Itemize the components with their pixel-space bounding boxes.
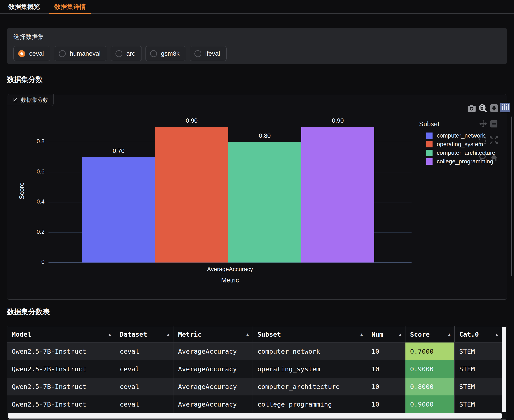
table-horizontal-scrollbar[interactable] [8,413,502,419]
bar-computer_network [82,157,155,262]
dataset-option-ceval[interactable]: ceval [14,46,50,61]
cell-model: Qwen2.5-7B-Instruct [7,360,115,378]
bar-operating_system [155,127,228,262]
cell-dataset: ceval [115,343,173,360]
column-header-cat-0[interactable]: Cat.0▲ [454,326,502,342]
pan-icon[interactable] [479,120,487,128]
column-header-label: Cat.0 [459,330,479,338]
sort-ascending-icon: ▲ [109,332,111,337]
dataset-option-label: arc [127,50,135,57]
lasso-icon[interactable] [479,154,486,161]
cell-cat-0: STEM [454,360,502,378]
zoom-icon[interactable] [478,104,487,112]
dataset-option-label: gsm8k [161,50,179,57]
dataset-option-label: humaneval [70,50,101,57]
column-header-label: Subset [257,330,281,338]
x-axis-title: Metric [49,277,411,284]
y-axis-tick-label: 0 [13,259,45,265]
zoom-out-icon[interactable] [490,120,497,128]
table-row: Qwen2.5-7B-InstructcevalAverageAccuracyo… [7,360,502,378]
chart-section-title: 数据集分数 [7,75,43,84]
app-root: 数据集概览 数据集详情 选择数据集 cevalhumanevalarcgsm8k… [0,0,514,420]
legend-swatch [426,158,432,165]
x-axis-tick-label: AverageAccuracy [49,266,411,273]
dataset-selector-label: 选择数据集 [14,33,44,41]
sort-ascending-icon: ▲ [448,332,451,337]
table-row: Qwen2.5-7B-InstructcevalAverageAccuracyc… [7,395,502,413]
plotly-logo-icon[interactable] [500,103,510,112]
cell-metric: AverageAccuracy [173,360,253,378]
column-header-model[interactable]: Model▲ [7,326,115,342]
bar-value-label: 0.80 [228,132,301,139]
legend-item-label: computer_network [437,132,485,139]
bar-value-label: 0.90 [301,117,374,124]
radio-unselected-icon [194,50,201,57]
column-header-label: Dataset [120,330,147,338]
cell-num: 10 [367,395,405,413]
legend-item-label: computer_architecture [437,150,495,156]
radio-selected-icon [18,50,25,57]
column-header-subset[interactable]: Subset▲ [253,326,367,342]
sort-ascending-icon: ▲ [360,332,363,337]
cell-score: 0.7000 [405,343,454,360]
cell-metric: AverageAccuracy [173,395,253,413]
radio-unselected-icon [115,50,122,57]
legend-swatch [426,133,432,139]
page-scrollbar[interactable] [511,117,512,276]
legend-swatch [426,141,432,147]
cell-subset: college_programming [253,395,367,413]
cell-cat-0: STEM [454,343,502,360]
cell-model: Qwen2.5-7B-Instruct [7,395,115,413]
reset-home-icon[interactable] [491,154,498,161]
column-header-score[interactable]: Score▲ [405,326,454,342]
bar-college_programming [301,127,374,262]
cell-dataset: ceval [115,360,173,378]
table-row: Qwen2.5-7B-InstructcevalAverageAccuracyc… [7,378,502,395]
cell-subset: operating_system [253,360,367,378]
dataset-option-humaneval[interactable]: humaneval [54,46,107,61]
camera-icon[interactable] [468,104,476,112]
cell-metric: AverageAccuracy [173,343,253,360]
cell-metric: AverageAccuracy [173,378,253,395]
scatter-chart-icon [12,97,18,103]
chart-panel-tab-label: 数据集分数 [21,96,48,104]
column-header-label: Model [12,330,31,338]
chart-panel: 数据集分数 Score AverageAccuracy Metric Subse… [7,94,507,300]
table-header-row: Model▲Dataset▲Metric▲Subset▲Num▲Score▲Ca… [7,326,502,343]
column-header-label: Score [410,330,430,338]
tab-dataset-detail[interactable]: 数据集详情 [49,0,91,14]
cell-cat-0: STEM [454,378,502,395]
column-header-dataset[interactable]: Dataset▲ [115,326,173,342]
sort-ascending-icon: ▲ [496,332,498,337]
dataset-option-ifeval[interactable]: ifeval [190,46,227,61]
radio-unselected-icon [59,50,66,57]
y-axis-tick-label: 0.6 [13,168,45,175]
tab-dataset-overview[interactable]: 数据集概览 [3,0,45,14]
y-axis-tick-label: 0.8 [13,138,45,145]
column-header-metric[interactable]: Metric▲ [173,326,253,342]
sort-ascending-icon: ▲ [167,332,170,337]
cell-num: 10 [367,343,405,360]
dataset-option-gsm8k[interactable]: gsm8k [145,46,186,61]
cell-cat-0: STEM [454,395,502,413]
y-axis-tick-label: 0.2 [13,229,45,235]
bar-computer_architecture [228,142,301,262]
y-axis-title: Score [18,182,26,200]
radio-unselected-icon [150,50,157,57]
cell-num: 10 [367,360,405,378]
table-section-title: 数据集分数表 [7,307,50,317]
cell-model: Qwen2.5-7B-Instruct [7,343,115,360]
zoom-in-icon[interactable] [490,104,498,112]
column-header-num[interactable]: Num▲ [367,326,405,342]
cell-score: 0.9000 [405,360,454,378]
dataset-option-label: ifeval [205,50,220,57]
cell-score: 0.9000 [405,395,454,413]
dataset-option-arc[interactable]: arc [111,46,142,61]
table-vertical-scrollbar[interactable] [502,327,506,412]
dataset-option-label: ceval [29,50,44,57]
box-select-icon[interactable] [479,136,486,144]
chart-panel-tab[interactable]: 数据集分数 [7,94,53,106]
bar-value-label: 0.90 [155,117,228,124]
autoscale-icon[interactable] [490,136,498,144]
table-row: Qwen2.5-7B-InstructcevalAverageAccuracyc… [7,343,502,360]
